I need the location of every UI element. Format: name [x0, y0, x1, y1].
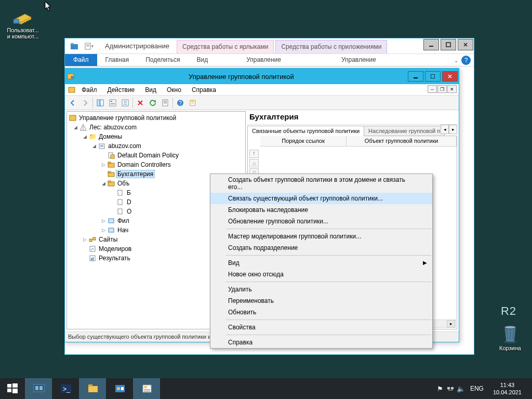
tree-root[interactable]: Управление групповой политикой — [67, 113, 245, 123]
tree-domain[interactable]: ◢abuzov.com — [67, 141, 245, 151]
tab-scroll-left-icon[interactable]: ◂ — [441, 125, 449, 134]
menu-help[interactable]: Справка — [187, 85, 221, 95]
tab-scroll-right-icon[interactable]: ▸ — [449, 125, 457, 134]
context-menu-item[interactable]: Обновление групповой политики... — [210, 216, 432, 227]
move-top-icon[interactable]: ⤒ — [249, 150, 259, 158]
collapse-icon[interactable]: ◢ — [82, 134, 88, 139]
mouse-cursor — [45, 1, 52, 11]
close-button[interactable] — [458, 39, 473, 50]
menu-view[interactable]: Вид — [140, 85, 162, 95]
context-menu-item[interactable]: Справка — [210, 337, 432, 348]
col-link-order[interactable]: Порядок ссылок — [260, 136, 347, 146]
clock[interactable]: 11:43 10.04.2021 — [488, 380, 527, 397]
admin-titlebar[interactable]: ▾ Администрирование Средства работы с яр… — [65, 38, 474, 54]
scroll-right-icon[interactable]: ▸ — [447, 320, 455, 327]
refresh-icon[interactable] — [147, 97, 159, 109]
context-tab-shortcuts[interactable]: Средства работы с ярлыками — [177, 40, 274, 54]
ribbon-tab-share[interactable]: Поделиться — [137, 54, 188, 66]
gpmc-close-button[interactable] — [442, 71, 458, 82]
menu-file[interactable]: Файл — [76, 85, 102, 95]
context-menu-item[interactable]: Удалить — [210, 284, 432, 295]
properties-icon[interactable] — [159, 97, 171, 109]
recycle-bin[interactable]: Корзина — [490, 323, 530, 351]
mdi-close-button[interactable]: ✕ — [447, 85, 457, 93]
start-button[interactable] — [0, 378, 25, 399]
minimize-button[interactable] — [423, 39, 439, 50]
maximize-button[interactable] — [441, 39, 456, 50]
expand-icon[interactable]: ▷ — [82, 237, 88, 242]
explorer-icon[interactable] — [68, 41, 81, 52]
svg-rect-11 — [429, 46, 433, 47]
ribbon-tab-home[interactable]: Главная — [97, 54, 138, 66]
language-indicator[interactable]: ENG — [466, 385, 488, 392]
admin-title: Администрирование — [100, 38, 177, 54]
back-icon[interactable] — [66, 97, 79, 109]
gpmc-maximize-button[interactable] — [425, 71, 441, 82]
menu-action[interactable]: Действие — [102, 85, 140, 95]
tree-domain-controllers[interactable]: ▷Domain Controllers — [67, 160, 245, 169]
help-icon[interactable]: ? — [461, 56, 471, 65]
options-icon[interactable] — [119, 97, 131, 109]
context-menu-item[interactable]: Вид▶ — [210, 257, 432, 269]
context-menu-item[interactable]: Обновить — [210, 307, 432, 318]
show-tree-icon[interactable] — [94, 97, 107, 109]
ribbon-tab-view[interactable]: Вид — [188, 54, 216, 66]
expand-icon[interactable]: ▷ — [100, 218, 107, 223]
context-menu-item[interactable]: Создать подразделение — [210, 242, 432, 254]
svg-rect-52 — [92, 257, 94, 260]
tray-flag-icon[interactable]: ⚑ — [435, 385, 445, 393]
submenu-arrow-icon: ▶ — [423, 260, 427, 265]
ribbon-collapse-icon[interactable]: ⌄ — [454, 58, 458, 63]
ribbon-tabs: Файл Главная Поделиться Вид Управление У… — [65, 54, 474, 66]
taskbar-server-manager[interactable] — [25, 378, 52, 399]
move-up-icon[interactable]: △ — [249, 159, 259, 167]
delete-icon[interactable] — [134, 97, 147, 109]
tree-default-domain-policy[interactable]: Default Domain Policy — [67, 151, 245, 160]
context-menu-item[interactable]: Свойства — [210, 322, 432, 333]
tree-domains[interactable]: ◢📁Домены — [67, 132, 245, 141]
collapse-icon[interactable]: ◢ — [100, 181, 107, 186]
qat-properties-icon[interactable]: ▾ — [82, 41, 96, 52]
snapin-icon — [12, 5, 33, 26]
tray-network-icon[interactable] — [445, 384, 456, 394]
gpmc-menubar-icon — [67, 86, 76, 94]
ribbon-tab-manage1[interactable]: Управление — [238, 54, 289, 66]
tab-inheritance[interactable]: Наследование групповой п — [364, 126, 445, 136]
context-tab-apps[interactable]: Средства работы с приложениями — [275, 40, 387, 54]
ribbon-tab-manage2[interactable]: Управление — [333, 54, 384, 66]
expand-icon[interactable]: ▷ — [100, 162, 107, 167]
context-menu[interactable]: Создать объект групповой политики в этом… — [210, 174, 433, 349]
context-menu-item[interactable]: Блокировать наследование — [210, 204, 432, 216]
collapse-icon[interactable]: ◢ — [72, 125, 78, 130]
collapse-icon[interactable]: ◢ — [91, 143, 97, 149]
menu-separator — [226, 282, 431, 282]
menu-window[interactable]: Окно — [162, 85, 187, 95]
taskbar-powershell[interactable]: >_ — [52, 378, 79, 399]
help-toolbar-icon[interactable]: ? — [174, 97, 187, 109]
tray-volume-icon[interactable]: 🔈 — [456, 385, 466, 393]
taskbar-explorer[interactable] — [79, 378, 106, 399]
gpmc-minimize-button[interactable] — [408, 71, 423, 82]
expand-icon[interactable]: ▷ — [100, 228, 107, 233]
context-menu-item[interactable]: Создать объект групповой политики в этом… — [210, 174, 432, 193]
detail-pane-icon[interactable] — [107, 97, 119, 109]
svg-rect-15 — [414, 77, 418, 78]
context-menu-item[interactable]: Новое окно отсюда — [210, 269, 432, 280]
gpmc-titlebar[interactable]: Управление групповой политикой — [65, 69, 459, 84]
context-menu-item[interactable]: Связать существующий объект групповой по… — [210, 193, 432, 204]
users-computers-shortcut[interactable]: Пользоват... и компьют... — [3, 5, 43, 39]
svg-rect-23 — [111, 104, 115, 104]
filter-icon[interactable] — [187, 97, 199, 109]
context-menu-item[interactable]: Мастер моделирования групповой политики.… — [210, 231, 432, 242]
mdi-minimize-button[interactable]: – — [428, 85, 437, 93]
svg-rect-43 — [118, 200, 122, 205]
tab-linked-gpo[interactable]: Связанные объекты групповой политики — [247, 126, 364, 136]
col-gpo[interactable]: Объект групповой политики — [347, 136, 457, 146]
ribbon-tab-file[interactable]: Файл — [65, 54, 97, 66]
context-menu-item[interactable]: Переименовать — [210, 295, 432, 307]
tree-forest[interactable]: ◢Лес: abuzov.com — [67, 123, 245, 132]
mdi-restore-button[interactable]: ❐ — [437, 85, 447, 93]
forward-icon[interactable] — [79, 97, 91, 109]
taskbar-control-panel[interactable] — [106, 378, 133, 399]
taskbar-gpmc[interactable] — [133, 378, 160, 399]
